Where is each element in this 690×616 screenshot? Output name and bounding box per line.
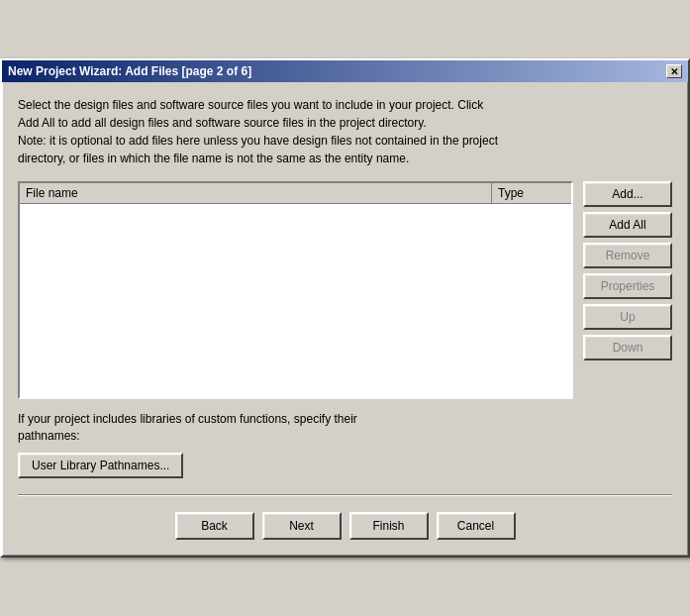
properties-button[interactable]: Properties [583,273,672,299]
col-filename-header: File name [20,183,492,203]
divider [18,494,672,496]
library-text-line2: pathnames: [18,429,80,443]
side-buttons: Add... Add All Remove Properties Up Down [583,181,672,399]
file-table-header: File name Type [20,183,571,204]
user-library-button[interactable]: User Library Pathnames... [18,453,183,478]
library-section: If your project includes libraries of cu… [18,411,672,478]
library-text-line1: If your project includes libraries of cu… [18,412,357,426]
description-text: Select the design files and software sou… [18,96,672,167]
remove-button[interactable]: Remove [583,243,672,268]
next-button[interactable]: Next [262,512,342,540]
dialog-title: New Project Wizard: Add Files [page 2 of… [8,64,251,78]
desc-line3: Note: it is optional to add files here u… [18,134,498,148]
title-bar: New Project Wizard: Add Files [page 2 of… [2,60,688,82]
down-button[interactable]: Down [583,335,672,360]
desc-line1: Select the design files and software sou… [18,98,483,112]
dialog-window: New Project Wizard: Add Files [page 2 of… [0,58,690,558]
cancel-button[interactable]: Cancel [437,512,516,540]
dialog-content: Select the design files and software sou… [2,82,688,556]
file-table-container: File name Type [18,181,573,399]
back-button[interactable]: Back [175,512,254,540]
desc-line2: Add All to add all design files and soft… [18,116,427,130]
finish-button[interactable]: Finish [349,512,429,540]
up-button[interactable]: Up [583,304,672,330]
add-button[interactable]: Add... [583,181,672,207]
col-type-header: Type [492,183,571,203]
library-text: If your project includes libraries of cu… [18,411,672,445]
close-button[interactable]: ✕ [666,64,682,78]
main-area: File name Type Add... Add All Remove Pro… [18,181,672,399]
file-table-body[interactable] [20,204,571,392]
add-all-button[interactable]: Add All [583,212,672,238]
footer-buttons: Back Next Finish Cancel [18,506,672,544]
desc-line4: directory, or files in which the file na… [18,152,409,165]
